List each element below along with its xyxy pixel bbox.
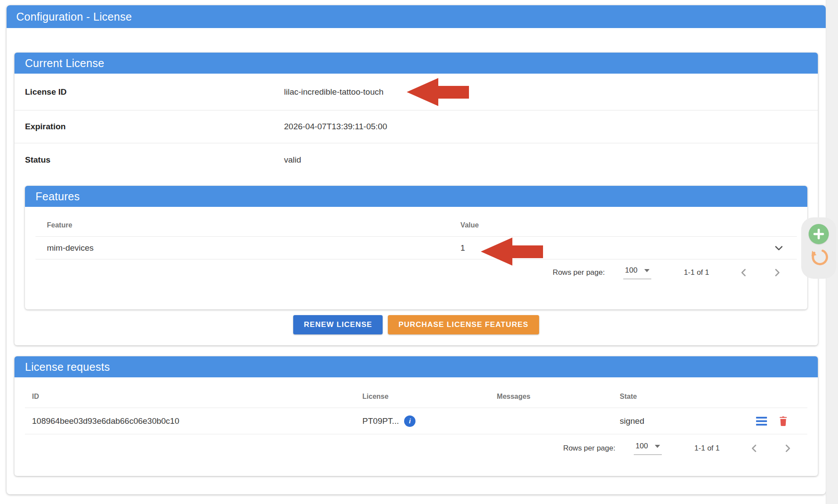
info-icon[interactable]: i	[404, 415, 415, 427]
feature-cell: mim-devices	[47, 243, 461, 253]
status-label: Status	[25, 155, 284, 165]
license-requests-table: ID License Messages State 108964bee03d93…	[25, 377, 807, 434]
rows-per-page-label: Rows per page:	[563, 444, 615, 453]
current-license-header-label: Current License	[25, 57, 104, 70]
renew-license-button[interactable]: RENEW LICENSE	[293, 315, 383, 334]
rows-per-page-label: Rows per page:	[553, 268, 605, 277]
expiration-label: Expiration	[25, 122, 284, 131]
license-requests-header-label: License requests	[25, 361, 110, 373]
page-range: 1-1 of 1	[684, 268, 709, 277]
configuration-license-page: Configuration - License Current License …	[7, 5, 826, 494]
license-id-value: lilac-incredible-tattoo-touch	[284, 87, 383, 97]
license-requests-pagination: Rows per page: 100 1-1 of 1	[14, 434, 818, 462]
license-column-header: License	[362, 393, 497, 401]
feature-column-header: Feature	[47, 221, 461, 229]
menu-icon[interactable]	[756, 417, 767, 426]
page-range: 1-1 of 1	[694, 444, 720, 453]
license-requests-header: License requests	[14, 356, 818, 377]
features-table: Feature Value mim-devices 1	[36, 207, 797, 259]
license-id-row: License ID lilac-incredible-tattoo-touch	[14, 74, 818, 110]
next-page-button[interactable]	[771, 266, 784, 279]
add-button[interactable]	[809, 224, 829, 244]
request-license-cell: PT09PT...	[362, 416, 399, 426]
features-section: Features Feature Value mim-devices 1	[25, 186, 807, 309]
floating-action-panel	[801, 217, 836, 279]
chevron-down-icon[interactable]	[772, 241, 785, 255]
license-requests-table-header: ID License Messages State	[25, 377, 807, 408]
features-header: Features	[25, 186, 807, 207]
license-actions: RENEW LICENSE PURCHASE LICENSE FEATURES	[14, 315, 818, 334]
value-column-header: Value	[461, 221, 785, 229]
caret-down-icon	[644, 269, 650, 272]
previous-page-button[interactable]	[737, 266, 750, 279]
request-id-cell: 108964bee03d93e6dab66c06e30b0c10	[32, 416, 362, 426]
previous-page-button[interactable]	[748, 442, 761, 455]
table-row: 108964bee03d93e6dab66c06e30b0c10 PT09PT.…	[25, 408, 807, 434]
status-value: valid	[284, 155, 301, 165]
features-table-header: Feature Value	[36, 207, 797, 237]
messages-column-header: Messages	[497, 393, 620, 401]
trash-icon[interactable]	[778, 416, 788, 426]
license-id-label: License ID	[25, 87, 284, 97]
current-license-section: Current License License ID lilac-incredi…	[14, 53, 818, 345]
rows-per-page-value: 100	[625, 266, 637, 275]
rows-per-page-value: 100	[636, 442, 648, 451]
next-page-button[interactable]	[781, 442, 794, 455]
value-cell: 1	[461, 243, 465, 253]
id-column-header: ID	[32, 393, 362, 401]
status-row: Status valid	[14, 143, 818, 176]
expiration-row: Expiration 2026-04-07T13:39:11-05:00	[14, 110, 818, 143]
current-license-header: Current License	[14, 53, 818, 74]
purchase-license-features-button[interactable]: PURCHASE LICENSE FEATURES	[388, 315, 539, 334]
request-state-cell: signed	[620, 416, 756, 426]
license-requests-section: License requests ID License Messages Sta…	[14, 356, 818, 476]
features-pagination: Rows per page: 100 1-1 of 1	[25, 259, 807, 287]
table-row[interactable]: mim-devices 1	[36, 237, 797, 259]
features-header-label: Features	[36, 190, 80, 203]
page-title: Configuration - License	[16, 11, 132, 23]
undo-icon[interactable]	[808, 246, 829, 267]
rows-per-page-select[interactable]: 100	[623, 266, 651, 279]
state-column-header: State	[620, 393, 800, 401]
caret-down-icon	[655, 445, 660, 448]
page-title-bar: Configuration - License	[7, 5, 826, 28]
rows-per-page-select[interactable]: 100	[634, 442, 662, 455]
expiration-value: 2026-04-07T13:39:11-05:00	[284, 122, 387, 131]
